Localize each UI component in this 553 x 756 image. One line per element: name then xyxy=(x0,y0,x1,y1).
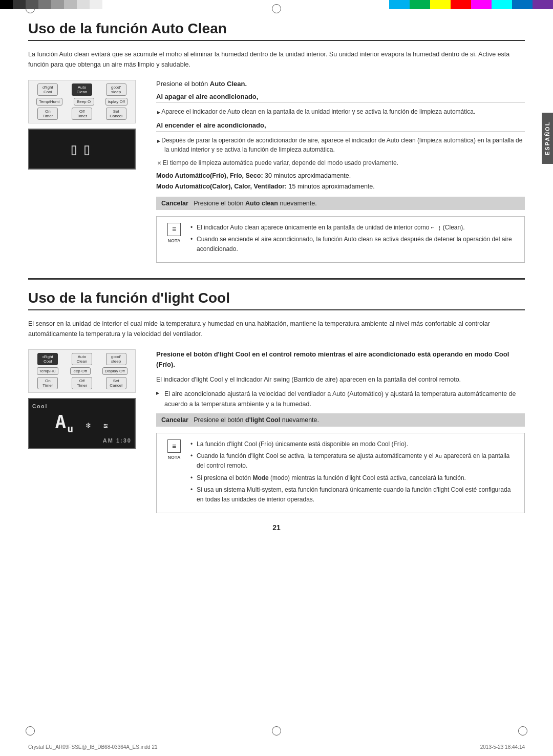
reg-mark-top-center xyxy=(272,4,281,13)
section1-left-images: d'lightCool AutoClean good'sleep Temp/Hu… xyxy=(28,80,146,263)
remote-bottom-row-2: OnTimer OffTimer SetCancel xyxy=(32,377,132,389)
section1-nota-label: ≡ NOTA xyxy=(164,223,184,257)
grayscale-bar xyxy=(0,0,102,9)
remote-mid-row-2: Temp/Hu eep Off Display Off xyxy=(32,367,132,375)
section2-cancel-label: Cancelar xyxy=(161,416,188,424)
display-segment-text-1: ▯▯ xyxy=(69,139,95,159)
remote-btn-set-1: SetCancel xyxy=(106,108,126,120)
section1-step1: Aparece el indicador de Auto clean en la… xyxy=(156,107,525,116)
display-cool-label: Cool xyxy=(32,404,48,409)
section1-right-content: Presione el botón Auto Clean. Al apagar … xyxy=(156,80,525,263)
remote-btn-off-2: OffTimer xyxy=(72,377,92,389)
remote-btn-beep-2: eep Off xyxy=(70,367,91,375)
nota-word-2: NOTA xyxy=(168,454,181,461)
section2-title: Uso de la función d'light Cool xyxy=(28,290,525,310)
nota-item-2-2: Cuando la función d'light Cool se activa… xyxy=(190,451,517,471)
remote-btn-off-1: OffTimer xyxy=(72,108,92,120)
wave-symbol: ≋ xyxy=(103,422,109,430)
remote-btn-dlight-2: d'lightCool xyxy=(37,353,58,365)
section2-left-images: d'lightCool AutoClean good'sleep Temp/Hu… xyxy=(28,349,146,513)
display-time: AM 1:30 xyxy=(103,437,132,444)
section1-cancel-bold: Auto clean xyxy=(245,200,278,207)
section2-bold-intro: Presione el botón d'light Cool en el con… xyxy=(156,349,525,369)
remote-btn-goodsleep-2: good'sleep xyxy=(106,353,126,365)
nota-item-2-4: Si usa un sistema Multi-system, esta fun… xyxy=(190,485,517,505)
section2-nota-label: ≡ NOTA xyxy=(164,439,184,507)
au-symbol: Au xyxy=(55,411,75,432)
remote-top-row-1: d'lightCool AutoClean good'sleep xyxy=(32,83,132,96)
section1-step2: Después de parar la operación de acondic… xyxy=(156,136,525,154)
section1-mode2-bold: Modo Automático(Calor), Calor, Ventilado… xyxy=(156,183,287,190)
display-panel-1: ▯▯ xyxy=(28,129,136,170)
display-panel-2: Cool Au ❄ ≋ AM 1:30 xyxy=(28,398,136,449)
section2-right-content: Presione el botón d'light Cool en el con… xyxy=(156,349,525,513)
color-bar xyxy=(389,0,553,9)
remote-btn-displayoff-1: isplay Off xyxy=(105,98,127,106)
section2-cancel-suffix: nuevamente. xyxy=(280,416,319,424)
section-divider xyxy=(28,278,525,280)
section1-title: Uso de la función Auto Clean xyxy=(28,20,525,41)
section2-nota-content: La función d'light Cool (Frío) únicament… xyxy=(190,439,517,507)
page-number: 21 xyxy=(28,523,525,532)
section2-intro: El sensor en la unidad de interior el cu… xyxy=(28,319,525,339)
remote-btn-temphumi-2: Temp/Hu xyxy=(37,367,58,375)
reg-mark-top-left xyxy=(26,4,35,13)
remote-btn-temphumi-1: Temp/Humi xyxy=(36,98,62,106)
remote-btn-goodsleep-1: good'sleep xyxy=(106,83,126,96)
section1-cancel-suffix: nuevamente. xyxy=(278,200,317,207)
section1-instruction-title: Presione el botón Auto Clean. xyxy=(156,80,525,88)
section1-nota-box: ≡ NOTA El indicador Auto clean aparece ú… xyxy=(156,216,525,263)
section2-cancel-bold: d'light Cool xyxy=(245,416,280,424)
section1-note-x: El tiempo de limpieza automática puede v… xyxy=(156,158,525,167)
nota-icon-2: ≡ xyxy=(167,439,181,453)
section1-nota-list: El indicador Auto clean aparece únicamen… xyxy=(190,223,517,255)
remote-btn-autoclean-2: AutoClean xyxy=(72,353,92,365)
section2-arrow-text: El aire acondicionado ajustará la veloci… xyxy=(156,389,525,409)
section2-nota-box: ≡ NOTA La función d'light Cool (Frío) ún… xyxy=(156,433,525,513)
nota-word-1: NOTA xyxy=(168,237,181,244)
page-content: Uso de la función Auto Clean La función … xyxy=(0,0,553,562)
footer-right: 2013-5-23 18:44:14 xyxy=(480,744,525,750)
section1-instruction-label: Presione el botón xyxy=(156,80,210,88)
remote-top-row-2: d'lightCool AutoClean good'sleep xyxy=(32,353,132,365)
section1-cancel-text: Presione el botón xyxy=(194,200,245,207)
display-au-text: Au ❄ ≋ xyxy=(55,411,109,435)
remote-btn-displayoff-2: Display Off xyxy=(102,367,127,375)
section1-cancel-label: Cancelar xyxy=(161,200,188,207)
section1-mode1-bold: Modo Automático(Frío), Frío, Seco: xyxy=(156,172,263,179)
reg-mark-bottom-center xyxy=(272,726,281,736)
remote-btn-beep-1: Beep O xyxy=(74,98,94,106)
section1-intro: La función Auto clean evitará que se acu… xyxy=(28,49,525,70)
section1-nota-content: El indicador Auto clean aparece únicamen… xyxy=(190,223,517,257)
remote-btn-on-1: OnTimer xyxy=(37,108,58,120)
sidebar-language-label: ESPAÑOL xyxy=(542,113,553,164)
section1-instruction-bold: Auto Clean. xyxy=(210,80,247,88)
remote-btn-autoclean: AutoClean xyxy=(72,83,92,96)
snowflake-icon: ❄ xyxy=(86,421,92,430)
nota-item-2-3: Si presiona el botón Mode (modo) mientra… xyxy=(190,473,517,483)
clean-icon: ⌐ ¦ xyxy=(431,224,441,231)
remote-btn-on-2: OnTimer xyxy=(37,377,58,389)
section2-cancel-bar: Cancelar Presione el botón d'light Cool … xyxy=(156,413,525,427)
remote-btn-dlight-1: d'lightCool xyxy=(37,83,58,96)
remote-mid-row-1: Temp/Humi Beep O isplay Off xyxy=(32,98,132,106)
section1-mode1-text: 30 minutos aproximadamente. xyxy=(263,172,351,179)
nota-item-2-1: La función d'light Cool (Frío) únicament… xyxy=(190,439,517,449)
remote-btn-set-2: SetCancel xyxy=(106,377,126,389)
remote-control-illustration-2: d'lightCool AutoClean good'sleep Temp/Hu… xyxy=(28,349,136,393)
remote-control-illustration-1: d'lightCool AutoClean good'sleep Temp/Hu… xyxy=(28,80,136,123)
section1-body: d'lightCool AutoClean good'sleep Temp/Hu… xyxy=(28,80,525,263)
section1-mode2-text: 15 minutos aproximadamente. xyxy=(287,183,375,190)
nota-icon-1: ≡ xyxy=(167,223,181,236)
section1-modes: Modo Automático(Frío), Frío, Seco: 30 mi… xyxy=(156,171,525,193)
footer: Crystal EU_AR09FSSE@_IB_DB68-03364A_ES.i… xyxy=(0,744,553,750)
footer-left: Crystal EU_AR09FSSE@_IB_DB68-03364A_ES.i… xyxy=(28,744,158,750)
reg-mark-bottom-right xyxy=(518,726,527,736)
section1-cancel-bar: Cancelar Presione el botón Auto clean nu… xyxy=(156,197,525,210)
remote-bottom-row-1: OnTimer OffTimer SetCancel xyxy=(32,108,132,120)
section2-nota-list: La función d'light Cool (Frío) únicament… xyxy=(190,439,517,505)
section1-subheading1: Al apagar el aire acondicionado, xyxy=(156,93,525,103)
nota-item-1-1: El indicador Auto clean aparece únicamen… xyxy=(190,223,517,233)
section2-body: d'lightCool AutoClean good'sleep Temp/Hu… xyxy=(28,349,525,513)
section1-subheading2: Al encender el aire acondicionado, xyxy=(156,121,525,132)
